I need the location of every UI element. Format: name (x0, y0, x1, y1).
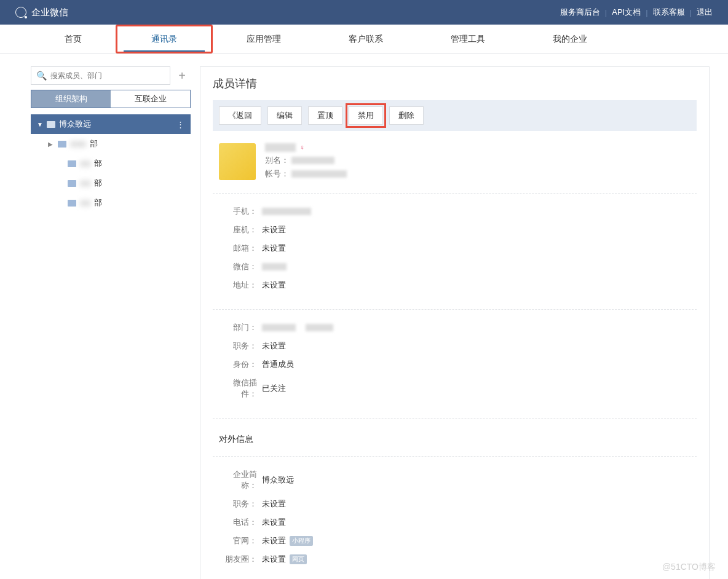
logo-icon (15, 7, 26, 18)
nav-company[interactable]: 我的企业 (519, 25, 621, 53)
ext-company-value: 博众致远 (262, 475, 294, 486)
tree-item[interactable]: XX部 (31, 173, 191, 193)
address-value: 未设置 (262, 280, 286, 291)
main-panel: 成员详情 《返回 编辑 置顶 禁用 删除 ♀ 别名： 帐号： 手机： 座机：未设… (200, 66, 710, 579)
top-bar: 企业微信 服务商后台 | API文档 | 联系客服 | 退出 (0, 0, 728, 25)
external-info-title: 对外信息 (213, 428, 697, 457)
top-button[interactable]: 置顶 (308, 106, 342, 125)
email-value: 未设置 (262, 243, 286, 254)
search-row: 🔍 + (31, 66, 191, 85)
link-logout[interactable]: 退出 (697, 7, 713, 18)
tree-item[interactable]: XX部 (31, 154, 191, 173)
profile-header: ♀ 别名： 帐号： (213, 143, 697, 194)
org-section: 部门： 职务：未设置 身份：普通成员 微信插件：已关注 (213, 319, 697, 419)
sidebar-tabs: 组织架构 互联企业 (31, 90, 191, 108)
position-value: 未设置 (262, 341, 286, 352)
delete-button[interactable]: 删除 (389, 106, 424, 125)
top-links: 服务商后台 | API文档 | 联系客服 | 退出 (560, 7, 713, 18)
tel-value: 未设置 (262, 224, 286, 235)
ext-moments-value: 未设置网页 (262, 554, 307, 565)
avatar (219, 143, 256, 180)
brand-area: 企业微信 (15, 7, 68, 18)
folder-icon (68, 200, 76, 207)
folder-icon (68, 160, 76, 167)
page-title: 成员详情 (213, 76, 697, 91)
add-button[interactable]: + (173, 67, 191, 84)
main-nav: 首页 通讯录 应用管理 客户联系 管理工具 我的企业 (0, 25, 728, 54)
watermark: @51CTO博客 (662, 562, 716, 573)
folder-icon (58, 141, 66, 148)
miniprogram-badge: 小程序 (290, 536, 313, 546)
tree-item[interactable]: XX部 (31, 193, 191, 213)
member-name (265, 143, 296, 152)
ext-website-value: 未设置小程序 (262, 535, 313, 546)
phone-value (262, 208, 311, 215)
dept-value (262, 323, 333, 333)
folder-icon (47, 121, 55, 128)
external-section: 企业简称：博众致远 职务：未设置 电话：未设置 官网：未设置小程序 朋友圈：未设… (213, 466, 697, 579)
search-box[interactable]: 🔍 (31, 66, 170, 85)
root-name: 博众致远 (59, 119, 91, 130)
profile-info: ♀ 别名： 帐号： (265, 143, 690, 182)
nav-tools[interactable]: 管理工具 (417, 25, 519, 53)
search-icon: 🔍 (36, 71, 47, 81)
tree-item[interactable]: ▶ XXX部 (31, 134, 191, 154)
tab-linked-company[interactable]: 互联企业 (111, 90, 190, 108)
gender-icon: ♀ (299, 143, 305, 152)
search-input[interactable] (50, 71, 165, 80)
contact-section: 手机： 座机：未设置 邮箱：未设置 微信： 地址：未设置 (213, 203, 697, 310)
nav-apps[interactable]: 应用管理 (213, 25, 315, 53)
folder-icon (68, 180, 76, 187)
nav-contacts[interactable]: 通讯录 (116, 25, 213, 53)
content-area: 🔍 + 组织架构 互联企业 ▼ 博众致远 ⋮ ▶ XXX部 (0, 54, 728, 579)
link-provider-backend[interactable]: 服务商后台 (560, 7, 600, 18)
edit-button[interactable]: 编辑 (267, 106, 302, 125)
more-icon[interactable]: ⋮ (176, 120, 184, 129)
webpage-badge: 网页 (290, 554, 307, 564)
wechat-value (262, 263, 287, 270)
link-contact-support[interactable]: 联系客服 (653, 7, 685, 18)
nav-customers[interactable]: 客户联系 (315, 25, 417, 53)
nav-home[interactable]: 首页 (31, 25, 116, 53)
sidebar: 🔍 + 组织架构 互联企业 ▼ 博众致远 ⋮ ▶ XXX部 (31, 66, 191, 579)
disable-button[interactable]: 禁用 (349, 106, 383, 125)
tab-org-structure[interactable]: 组织架构 (31, 90, 111, 108)
chevron-right-icon: ▶ (48, 141, 54, 148)
identity-value: 普通成员 (262, 359, 294, 370)
back-button[interactable]: 《返回 (219, 106, 261, 125)
link-api-docs[interactable]: API文档 (612, 7, 641, 18)
tree-root[interactable]: ▼ 博众致远 ⋮ (31, 114, 191, 134)
ext-position-value: 未设置 (262, 498, 286, 510)
plugin-value: 已关注 (262, 383, 286, 394)
org-tree: ▼ 博众致远 ⋮ ▶ XXX部 XX部 XX部 (31, 114, 191, 213)
chevron-down-icon: ▼ (37, 121, 43, 128)
brand-text: 企业微信 (31, 7, 68, 18)
ext-phone-value: 未设置 (262, 517, 286, 528)
action-bar: 《返回 编辑 置顶 禁用 删除 (213, 100, 697, 131)
